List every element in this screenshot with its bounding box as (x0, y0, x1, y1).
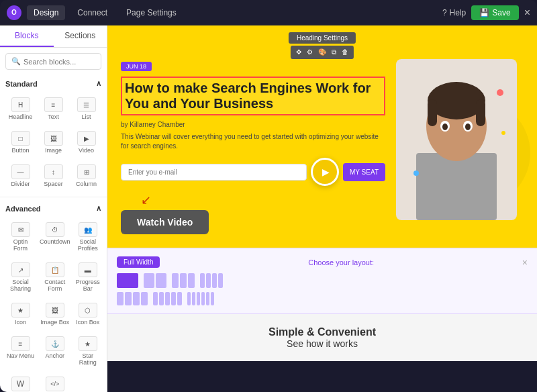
settings-cog-icon[interactable]: ⚙ (307, 48, 313, 56)
block-video[interactable]: ▶ Video (71, 127, 101, 158)
move-icon[interactable]: ✥ (296, 48, 301, 56)
advanced-collapse-icon[interactable]: ∧ (96, 204, 101, 213)
block-shortcode[interactable]: W Shortcode (5, 373, 36, 392)
layout-col4b-3 (197, 292, 200, 305)
save-button[interactable]: 💾 Save (471, 5, 518, 20)
nav-tab-design[interactable]: Design (27, 5, 65, 20)
main-layout: Blocks Sections 🔍 Standard ∧ H Headline … (0, 26, 537, 392)
help-button[interactable]: ? Help (442, 8, 466, 17)
layout-option-4col-b[interactable] (187, 292, 214, 305)
hero-area: Heading Settings ✥ ⚙ 🎨 ⧉ 🗑 JUN 18 How to… (107, 26, 537, 248)
sidebar-tab-blocks[interactable]: Blocks (0, 26, 54, 47)
block-social-sharing[interactable]: ↗ Social Sharing (5, 258, 36, 296)
block-headline[interactable]: H Headline (5, 93, 36, 124)
layout-option-1col[interactable] (117, 273, 138, 288)
svg-point-10 (465, 124, 471, 130)
column-icon: ⊞ (77, 164, 96, 179)
block-social-profiles[interactable]: 👥 Social Profiles (75, 218, 101, 256)
sidebar-tab-sections[interactable]: Sections (54, 26, 107, 47)
advanced-blocks-grid: ✉ Optin Form ⏱ Countdown 👥 Social Profil… (0, 215, 107, 392)
reserve-seat-button[interactable]: MY SEAT (343, 163, 385, 181)
advanced-section-label: Advanced ∧ (0, 200, 107, 215)
layout-col2b-4 (141, 292, 148, 305)
standard-collapse-icon[interactable]: ∧ (96, 79, 101, 88)
block-column[interactable]: ⊞ Column (71, 160, 101, 191)
layout-option-2col[interactable] (144, 273, 166, 288)
svg-rect-6 (476, 99, 485, 126)
svg-rect-5 (428, 99, 437, 126)
layout-option-2col-b[interactable] (117, 292, 148, 305)
play-icon: ▶ (322, 166, 330, 177)
block-divider[interactable]: — Divider (5, 160, 36, 191)
nav-menu-icon: ≡ (11, 336, 30, 351)
block-text[interactable]: ≡ Text (38, 93, 68, 124)
full-width-button[interactable]: Full Width (117, 256, 160, 268)
delete-icon[interactable]: 🗑 (342, 48, 348, 56)
layout-option-4col[interactable] (200, 273, 223, 288)
layout-col-quarter-2 (206, 273, 211, 288)
layout-col2b-2 (125, 292, 132, 305)
block-button[interactable]: □ Button (5, 127, 36, 158)
bottom-section: Simple & Convenient See how it works (107, 314, 537, 361)
divider-icon: — (11, 164, 30, 179)
nav-tab-page-settings[interactable]: Page Settings (119, 5, 183, 20)
layout-option-3col[interactable] (172, 273, 195, 288)
heading-settings-container: Heading Settings ✥ ⚙ 🎨 ⧉ 🗑 (289, 32, 356, 59)
block-progress-bar[interactable]: ▬ Progress Bar (75, 258, 101, 296)
help-icon: ? (442, 8, 447, 17)
block-anchor[interactable]: ⚓ Anchor (38, 332, 72, 370)
layout-col4b-2 (192, 292, 195, 305)
block-icon[interactable]: ★ Icon (5, 299, 36, 330)
canvas: Heading Settings ✥ ⚙ 🎨 ⧉ 🗑 JUN 18 How to… (107, 26, 537, 392)
layout-col4b-6 (211, 292, 214, 305)
block-contact-form[interactable]: 📋 Contact Form (38, 258, 72, 296)
layout-col-third-2 (180, 273, 187, 288)
progress-bar-icon: ▬ (79, 262, 97, 277)
hero-content: JUN 18 How to make Search Engines Work f… (121, 59, 524, 234)
layout-picker: Full Width Choose your layout: × (107, 248, 537, 314)
copy-icon[interactable]: ⧉ (332, 48, 336, 56)
choose-layout-text: Choose your layout: (308, 258, 374, 266)
layout-option-3col-b[interactable] (153, 292, 182, 305)
layout-col-half-2 (156, 273, 166, 288)
close-button[interactable]: × (524, 7, 530, 19)
person-image (396, 59, 517, 220)
hero-right (396, 59, 524, 223)
block-spacer[interactable]: ↕ Spacer (38, 160, 68, 191)
layout-col4b-4 (201, 292, 205, 305)
layout-picker-close[interactable]: × (522, 257, 528, 268)
block-countdown[interactable]: ⏱ Countdown (38, 218, 72, 256)
watch-video-button[interactable]: Watch Video (121, 210, 209, 234)
block-star-rating[interactable]: ★ Star Rating (75, 332, 101, 370)
spacer-icon: ↕ (44, 164, 63, 179)
social-profiles-icon: 👥 (79, 222, 97, 237)
layout-picker-header: Full Width Choose your layout: × (117, 256, 528, 268)
block-nav-menu[interactable]: ≡ Nav Menu (5, 332, 36, 370)
block-optin-form[interactable]: ✉ Optin Form (5, 218, 36, 256)
icon-box-icon: ⬡ (79, 303, 97, 317)
list-icon: ☰ (77, 97, 96, 112)
layout-col3b-1 (153, 292, 158, 305)
contact-form-icon: 📋 (46, 262, 64, 277)
block-list[interactable]: ☰ List (71, 93, 101, 124)
email-input[interactable] (121, 164, 307, 181)
topbar-right: ? Help 💾 Save × (442, 5, 530, 20)
cta-row: ▶ MY SEAT (121, 158, 385, 186)
search-box[interactable]: 🔍 (5, 53, 101, 70)
topbar: O Design Connect Page Settings ? Help 💾 … (0, 0, 537, 26)
app-logo: O (7, 5, 21, 20)
star-rating-icon: ★ (79, 336, 97, 351)
block-image[interactable]: 🖼 Image (38, 127, 68, 158)
search-input[interactable] (23, 58, 95, 66)
block-icon-box[interactable]: ⬡ Icon Box (75, 299, 101, 330)
palette-icon[interactable]: 🎨 (318, 48, 326, 56)
layout-col3b-2 (159, 292, 164, 305)
block-custom-html[interactable]: </> Custom HTML (38, 373, 72, 392)
nav-tab-connect[interactable]: Connect (70, 5, 114, 20)
social-sharing-icon: ↗ (11, 262, 30, 277)
play-button[interactable]: ▶ (311, 158, 339, 186)
block-image-box[interactable]: 🖼 Image Box (38, 299, 72, 330)
arrow-decoration: ↙ (141, 193, 385, 207)
layout-col4b-1 (187, 292, 191, 305)
by-line: by Killarney Chamber (121, 121, 385, 128)
